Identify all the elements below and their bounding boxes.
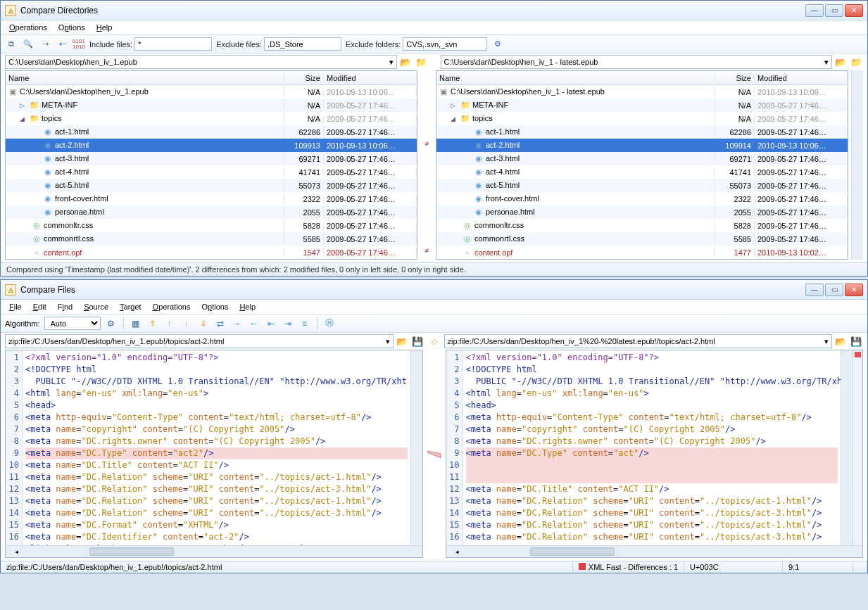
copy-all-right-icon[interactable]: ⇥ bbox=[282, 317, 294, 330]
table-row[interactable]: ◉act-1.html622862009-05-27 17:46… bbox=[436, 125, 848, 139]
table-row[interactable]: ▷📁META-INFN/A2009-05-27 17:46… bbox=[6, 99, 417, 112]
copy-left-icon[interactable]: ← bbox=[248, 317, 260, 330]
menu-help[interactable]: Help bbox=[92, 22, 117, 33]
left-browse-icon[interactable]: 📂 bbox=[395, 334, 409, 348]
menu-find[interactable]: Find bbox=[54, 301, 77, 312]
left-file-path[interactable]: zip:file:/C:/Users/dan/Desktop/hen_iv_1.… bbox=[5, 334, 394, 348]
last-diff-icon[interactable]: ⇓ bbox=[197, 317, 210, 330]
settings-icon[interactable]: ⚙ bbox=[491, 38, 504, 51]
table-row[interactable]: ◎commonrtl.css55852009-05-27 17:46… bbox=[6, 232, 417, 246]
menu-operations[interactable]: Operations bbox=[149, 301, 195, 312]
table-row[interactable]: ▣C:\Users\dan\Desktop\hen_iv_1 - latest.… bbox=[436, 85, 848, 99]
settings-icon[interactable]: ⚙ bbox=[105, 317, 118, 330]
menu-options[interactable]: Options bbox=[54, 22, 89, 33]
right-hscroll[interactable]: ◂ bbox=[446, 545, 863, 557]
maximize-button[interactable]: ▭ bbox=[825, 4, 843, 17]
copy-all-left-icon[interactable]: ⇤ bbox=[265, 317, 277, 330]
exclude-folders-input[interactable] bbox=[403, 37, 487, 51]
table-row[interactable]: ◉act-5.html550732009-05-27 17:46… bbox=[436, 179, 848, 192]
right-browse-icon[interactable]: 📂 bbox=[834, 55, 848, 69]
left-vscroll[interactable] bbox=[410, 350, 422, 545]
titlebar[interactable]: ◬ Compare Files — ▭ ✕ bbox=[1, 280, 867, 300]
expand-icon[interactable]: ▷ bbox=[20, 102, 27, 109]
expand-icon[interactable]: ◢ bbox=[20, 115, 27, 122]
binary-icon[interactable]: 01011010 bbox=[73, 38, 85, 51]
col-size[interactable]: Size bbox=[284, 73, 324, 83]
left-save-icon[interactable]: 💾 bbox=[410, 334, 424, 348]
menu-operations[interactable]: Operations bbox=[5, 22, 51, 33]
table-row[interactable]: ◉act-2.html1099132010-09-13 10:06… bbox=[6, 139, 417, 152]
titlebar[interactable]: ◬ Compare Directories — ▭ ✕ bbox=[1, 1, 867, 20]
table-row[interactable]: ◉personae.html20552009-05-27 17:46… bbox=[6, 205, 417, 219]
menu-options[interactable]: Options bbox=[197, 301, 232, 312]
next-diff-icon[interactable]: ↓ bbox=[180, 317, 193, 330]
menu-help[interactable]: Help bbox=[235, 301, 260, 312]
right-save-icon[interactable]: 💾 bbox=[849, 334, 863, 348]
table-row[interactable]: ◢📁topicsN/A2009-05-27 17:46… bbox=[6, 112, 417, 125]
maximize-button[interactable]: ▭ bbox=[825, 284, 843, 296]
include-files-input[interactable] bbox=[134, 37, 212, 51]
table-row[interactable]: ◎commonltr.css58282009-05-27 17:46… bbox=[436, 219, 848, 232]
col-modified[interactable]: Modified bbox=[324, 73, 417, 83]
minimize-button[interactable]: — bbox=[805, 284, 824, 296]
copy-right-icon[interactable]: ⇠ bbox=[56, 38, 68, 51]
first-diff-icon[interactable]: ⇑ bbox=[146, 317, 159, 330]
col-name[interactable]: Name bbox=[6, 73, 284, 83]
table-row[interactable]: ◉act-4.html417412009-05-27 17:46… bbox=[6, 165, 417, 179]
right-browse-icon[interactable]: 📂 bbox=[834, 334, 848, 348]
table-row[interactable]: ◉act-5.html550732009-05-27 17:46… bbox=[6, 179, 417, 192]
table-row[interactable]: ◎commonltr.css58282009-05-27 17:46… bbox=[6, 219, 417, 232]
table-row[interactable]: ◢📁topicsN/A2009-05-27 17:46… bbox=[436, 112, 848, 125]
exclude-files-input[interactable] bbox=[264, 37, 341, 51]
table-row[interactable]: ▫content.opf15472009-05-27 17:46… bbox=[6, 246, 417, 259]
table-row[interactable]: ▣C:\Users\dan\Desktop\hen_iv_1.epubN/A20… bbox=[6, 85, 417, 99]
right-vscroll[interactable] bbox=[841, 350, 853, 545]
expand-icon[interactable]: ◢ bbox=[451, 115, 458, 122]
col-modified[interactable]: Modified bbox=[755, 73, 848, 83]
table-row[interactable]: ◉act-1.html622862009-05-27 17:46… bbox=[6, 125, 417, 139]
table-row[interactable]: ▫content.opf14772010-09-13 10:02… bbox=[436, 246, 848, 259]
menu-target[interactable]: Target bbox=[115, 301, 146, 312]
history-icon[interactable]: Ⓗ bbox=[323, 317, 336, 330]
expand-icon[interactable]: ▷ bbox=[451, 102, 458, 109]
left-code-pane[interactable]: 1234567891011121314151617 <?xml version=… bbox=[5, 350, 423, 558]
col-name[interactable]: Name bbox=[436, 73, 715, 83]
table-row[interactable]: ◉act-4.html417412009-05-27 17:46… bbox=[436, 165, 848, 179]
compare-icon[interactable]: ⧉ bbox=[5, 38, 18, 51]
close-button[interactable]: ✕ bbox=[845, 4, 863, 17]
left-hscroll[interactable]: ◂ bbox=[6, 545, 422, 557]
table-row[interactable]: ◉act-3.html692712009-05-27 17:46… bbox=[6, 152, 417, 165]
table-row[interactable]: ▷📁META-INFN/A2009-05-27 17:46… bbox=[436, 99, 848, 112]
menu-edit[interactable]: Edit bbox=[29, 301, 51, 312]
right-up-icon[interactable]: 📁 bbox=[849, 55, 863, 69]
algorithm-select[interactable]: Auto bbox=[44, 317, 101, 330]
overview-ruler[interactable] bbox=[853, 350, 862, 545]
table-row[interactable]: ◉front-cover.html23222009-05-27 17:46… bbox=[6, 192, 417, 205]
merge-icon[interactable]: ≡ bbox=[298, 317, 311, 330]
diff-icon[interactable]: ▦ bbox=[130, 317, 142, 330]
right-code-pane[interactable]: 1234567891011121314151617 <?xml version=… bbox=[446, 350, 864, 558]
table-row[interactable]: ◉personae.html20552009-05-27 17:46… bbox=[436, 205, 848, 219]
left-browse-icon[interactable]: 📂 bbox=[398, 55, 413, 69]
status-path: zip:file:/C:/Users/dan/Desktop/hen_iv_1.… bbox=[1, 561, 573, 573]
table-row[interactable]: ◉act-3.html692712009-05-27 17:46… bbox=[436, 152, 848, 165]
css-icon: ◎ bbox=[462, 234, 473, 243]
right-file-path[interactable]: zip:file:/C:/Users/dan/Desktop/hen_iv_1%… bbox=[444, 334, 833, 348]
copy-left-icon[interactable]: ⇢ bbox=[39, 38, 51, 51]
copy-left-right-icon[interactable]: ⇄ bbox=[214, 317, 227, 330]
table-row[interactable]: ◉front-cover.html23222009-05-27 17:46… bbox=[436, 192, 848, 205]
copy-right-icon[interactable]: → bbox=[231, 317, 244, 330]
prev-diff-icon[interactable]: ↑ bbox=[163, 317, 176, 330]
menu-source[interactable]: Source bbox=[80, 301, 113, 312]
vertical-scrollbar[interactable] bbox=[851, 70, 863, 260]
table-row[interactable]: ◉act-2.html1099142010-09-13 10:06… bbox=[436, 139, 848, 152]
left-path-input[interactable]: C:\Users\dan\Desktop\hen_iv_1.epub▾ bbox=[5, 55, 397, 69]
close-button[interactable]: ✕ bbox=[845, 284, 863, 296]
refresh-icon[interactable]: 🔍 bbox=[22, 38, 34, 51]
left-up-icon[interactable]: 📁 bbox=[414, 55, 428, 69]
menu-file[interactable]: File bbox=[5, 301, 26, 312]
table-row[interactable]: ◎commonrtl.css55852009-05-27 17:46… bbox=[436, 232, 848, 246]
col-size[interactable]: Size bbox=[715, 73, 755, 83]
minimize-button[interactable]: — bbox=[805, 4, 824, 17]
right-path-input[interactable]: C:\Users\dan\Desktop\hen_iv_1 - latest.e… bbox=[441, 55, 833, 69]
